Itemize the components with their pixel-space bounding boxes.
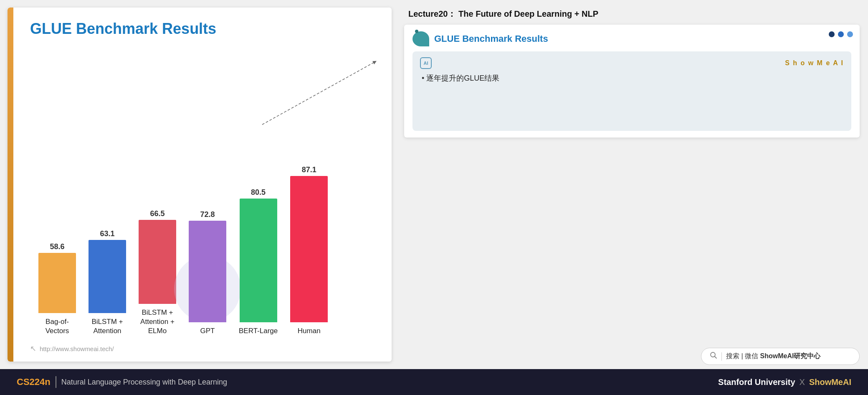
bars-container: 58.6Bag-of-Vectors63.1BiLSTM +Attention6… bbox=[30, 160, 375, 336]
university-name: Stanford University bbox=[718, 377, 795, 387]
note-bullet: 逐年提升的GLUE结果 bbox=[422, 73, 844, 83]
bar-value-bag-of-vectors: 58.6 bbox=[50, 242, 64, 251]
course-code: CS224n bbox=[17, 377, 51, 387]
search-icon bbox=[710, 352, 717, 361]
right-slide-title: GLUE Benchmark Results bbox=[434, 33, 548, 44]
dot-3 bbox=[847, 31, 853, 37]
bar-rect-bilstm-attention bbox=[89, 240, 126, 313]
bottom-bar: CS224n Natural Language Processing with … bbox=[0, 369, 868, 395]
search-bar[interactable]: 搜索 | 微信 ShowMeAI研究中心 bbox=[701, 348, 860, 365]
slide-panel: GLUE Benchmark Results 58.6Bag-of-Vector… bbox=[8, 8, 392, 362]
slide-dots bbox=[829, 31, 853, 37]
showmeai-label: S h o w M e A I bbox=[785, 59, 844, 67]
bar-rect-bert-large bbox=[240, 199, 277, 322]
bar-value-human: 87.1 bbox=[302, 166, 316, 174]
slide-title: GLUE Benchmark Results bbox=[30, 20, 375, 38]
bar-rect-bag-of-vectors bbox=[38, 253, 76, 313]
slide-footer: ↖ http://www.showmeai.tech/ bbox=[30, 344, 375, 353]
bar-group-bag-of-vectors: 58.6Bag-of-Vectors bbox=[38, 242, 76, 336]
bar-label-gpt: GPT bbox=[200, 326, 215, 336]
cursor-icon: ↖ bbox=[30, 344, 36, 353]
bar-label-bilstm-attention: BiLSTM +Attention bbox=[91, 317, 123, 336]
course-subtitle: Natural Language Processing with Deep Le… bbox=[61, 378, 227, 387]
ai-icon: AI bbox=[420, 57, 432, 69]
bar-label-bert-large: BERT-Large bbox=[239, 326, 278, 336]
bottom-divider bbox=[56, 376, 56, 388]
dot-2 bbox=[838, 31, 844, 37]
bar-rect-human bbox=[290, 176, 328, 322]
bar-label-human: Human bbox=[298, 326, 321, 336]
bar-group-bilstm-elmo: 66.5BiLSTM +Attention +ELMo bbox=[139, 209, 176, 336]
bar-rect-bilstm-elmo bbox=[139, 220, 176, 304]
bar-value-gpt: 72.8 bbox=[200, 210, 215, 219]
note-box-header: AI S h o w M e A I bbox=[420, 57, 844, 69]
note-box: AI S h o w M e A I 逐年提升的GLUE结果 bbox=[412, 51, 851, 131]
footer-url: http://www.showmeai.tech/ bbox=[40, 345, 114, 352]
lecture-title: Lecture20： The Future of Deep Learning +… bbox=[404, 4, 860, 20]
bar-group-gpt: 72.8GPT bbox=[189, 210, 226, 336]
bar-value-bilstm-attention: 63.1 bbox=[100, 229, 114, 238]
right-slide-header: GLUE Benchmark Results bbox=[412, 31, 851, 46]
right-panel: Lecture20： The Future of Deep Learning +… bbox=[400, 0, 868, 369]
chart-area: 58.6Bag-of-Vectors63.1BiLSTM +Attention6… bbox=[30, 50, 375, 340]
search-text: 搜索 | 微信 ShowMeAI研究中心 bbox=[726, 352, 820, 361]
bar-rect-gpt bbox=[189, 221, 226, 322]
bottom-right: Stanford University X ShowMeAI bbox=[718, 377, 851, 387]
slide-left-bar bbox=[8, 8, 13, 362]
dot-1 bbox=[829, 31, 835, 37]
svg-line-2 bbox=[715, 357, 717, 359]
bar-value-bilstm-elmo: 66.5 bbox=[150, 209, 164, 218]
x-separator: X bbox=[800, 377, 805, 387]
bar-group-bert-large: 80.5BERT-Large bbox=[239, 188, 278, 336]
note-content: 逐年提升的GLUE结果 bbox=[420, 73, 844, 83]
bottom-left: CS224n Natural Language Processing with … bbox=[17, 376, 227, 388]
brand-name: ShowMeAI bbox=[809, 377, 851, 387]
slide-icon-dot bbox=[415, 30, 418, 33]
right-slide-thumbnail: GLUE Benchmark Results AI S h o w M e A … bbox=[404, 25, 860, 138]
bar-group-human: 87.1Human bbox=[290, 166, 328, 336]
bar-label-bag-of-vectors: Bag-of-Vectors bbox=[46, 317, 69, 336]
bar-value-bert-large: 80.5 bbox=[251, 188, 266, 197]
search-divider bbox=[721, 352, 722, 361]
slide-icon bbox=[412, 31, 429, 46]
bar-label-bilstm-elmo: BiLSTM +Attention +ELMo bbox=[140, 308, 175, 336]
bar-group-bilstm-attention: 63.1BiLSTM +Attention bbox=[89, 229, 126, 336]
